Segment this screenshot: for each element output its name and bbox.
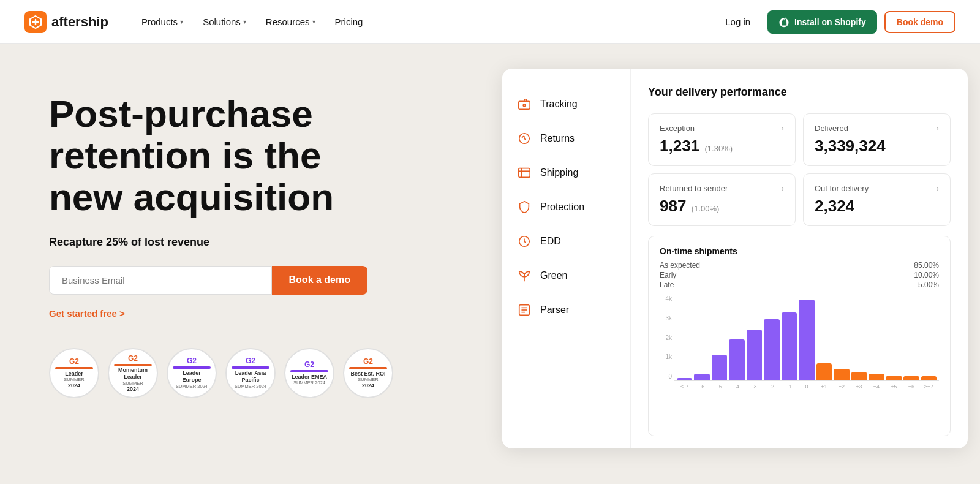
chart-x-labels: ≤-7 -6 -5 -4 -3 -2 -1 0 +1 +2 +3 +4 — [660, 381, 939, 390]
badge-leader-europe: G2 Leader Europe SUMMER 2024 — [167, 348, 217, 398]
nav-solutions[interactable]: Solutions ▾ — [194, 12, 255, 32]
nav-actions: Log in Install on Shopify Book demo — [715, 10, 956, 34]
out-for-delivery-value: 2,324 — [815, 197, 939, 216]
legend-as-expected: As expected 85.00% — [660, 261, 939, 270]
out-for-delivery-chevron-icon: › — [937, 184, 939, 193]
metric-delivered[interactable]: Delivered › 3,339,324 — [803, 113, 951, 166]
sidebar-item-returns[interactable]: Returns — [502, 123, 630, 154]
chart-bar-7 — [799, 300, 814, 380]
svg-rect-1 — [519, 101, 530, 109]
tracking-label: Tracking — [540, 99, 578, 110]
get-started-free-link[interactable]: Get started free > — [49, 308, 466, 319]
dashboard-card: Tracking Returns — [502, 69, 968, 448]
chart-bar-4 — [747, 330, 762, 380]
shipping-icon — [517, 165, 532, 180]
sidebar-item-protection[interactable]: Protection — [502, 191, 630, 223]
out-for-delivery-label: Out for delivery › — [815, 184, 939, 193]
green-icon — [517, 268, 532, 283]
chart-bar-13 — [903, 376, 919, 380]
returned-chevron-icon: › — [782, 184, 784, 193]
edd-icon — [517, 234, 532, 249]
brand-name: aftership — [51, 14, 108, 30]
legend-early: Early 10.00% — [660, 271, 939, 279]
hero-title: Post-purchase retention is the new acqui… — [49, 93, 392, 219]
shopify-icon — [778, 17, 790, 28]
chart-bar-10 — [851, 372, 867, 380]
protection-icon — [517, 200, 532, 214]
book-demo-nav-button[interactable]: Book demo — [884, 11, 956, 33]
shipping-label: Shipping — [540, 167, 578, 178]
svg-rect-4 — [519, 168, 530, 178]
chart-bar-6 — [782, 312, 797, 380]
metrics-row: Exception › 1,231 (1.30%) Delivered › — [648, 113, 951, 226]
logo[interactable]: aftership — [24, 11, 108, 33]
main-panel: Your delivery performance Exception › 1,… — [631, 69, 968, 448]
chart-bar-14 — [921, 376, 937, 380]
delivered-chevron-icon: › — [937, 124, 939, 133]
chart-bar-1 — [694, 374, 709, 380]
metric-out-for-delivery[interactable]: Out for delivery › 2,324 — [803, 173, 951, 226]
returns-label: Returns — [540, 133, 575, 144]
metric-returned-to-sender[interactable]: Returned to sender › 987 (1.00%) — [648, 173, 796, 226]
chart-area: 4k 3k 2k 1k 0 ≤-7 -6 — [660, 295, 939, 399]
products-chevron-icon: ▾ — [180, 18, 183, 25]
nav-pricing[interactable]: Pricing — [326, 12, 372, 32]
sidebar-item-parser[interactable]: Parser — [502, 294, 630, 326]
panel-title: Your delivery performance — [648, 86, 951, 99]
email-input[interactable] — [49, 266, 272, 295]
nav-products[interactable]: Products ▾ — [133, 12, 192, 32]
svg-point-2 — [523, 104, 526, 107]
chart-bars — [674, 295, 939, 381]
sidebar-item-shipping[interactable]: Shipping — [502, 157, 630, 189]
parser-icon — [517, 303, 532, 317]
sidebar-panel: Tracking Returns — [502, 69, 631, 448]
badge-leader: G2 Leader SUMMER 2024 — [49, 348, 99, 398]
badge-leader-apac: G2 Leader Asia Pacific SUMMER 2024 — [225, 348, 276, 398]
hero-right: Tracking Returns — [502, 44, 980, 484]
returned-label: Returned to sender › — [660, 184, 784, 193]
edd-label: EDD — [540, 236, 561, 247]
badge-leader-emea: G2 Leader EMEA SUMMER 2024 — [284, 348, 334, 398]
metric-exception[interactable]: Exception › 1,231 (1.30%) — [648, 113, 796, 166]
sidebar-item-tracking[interactable]: Tracking — [502, 88, 630, 120]
green-label: Green — [540, 270, 567, 281]
nav-links: Products ▾ Solutions ▾ Resources ▾ Prici… — [133, 12, 715, 32]
install-shopify-button[interactable]: Install on Shopify — [767, 10, 877, 34]
hero-section: Post-purchase retention is the new acqui… — [0, 44, 980, 484]
chart-bar-5 — [764, 319, 779, 380]
legend-late: Late 5.00% — [660, 281, 939, 289]
exception-value: 1,231 (1.30%) — [660, 137, 784, 156]
hero-form: Book a demo — [49, 266, 368, 295]
solutions-chevron-icon: ▾ — [243, 18, 246, 25]
chart-bar-9 — [834, 369, 849, 380]
badge-momentum-leader: G2 Momentum Leader SUMMER 2024 — [108, 348, 158, 398]
nav-resources[interactable]: Resources ▾ — [257, 12, 324, 32]
returns-icon — [517, 131, 532, 146]
exception-label: Exception › — [660, 124, 784, 133]
hero-subtitle: Recapture 25% of lost revenue — [49, 236, 466, 249]
protection-label: Protection — [540, 202, 584, 213]
login-button[interactable]: Log in — [715, 12, 760, 32]
navbar: aftership Products ▾ Solutions ▾ Resourc… — [0, 0, 980, 44]
chart-legend: As expected 85.00% Early 10.00% Late 5.0… — [660, 261, 939, 289]
chart-bar-11 — [869, 374, 884, 380]
delivered-label: Delivered › — [815, 124, 939, 133]
chart-bar-12 — [886, 376, 902, 380]
chart-section: On-time shipments As expected 85.00% Ear… — [648, 236, 951, 436]
badge-best-roi: G2 Best Est. ROI SUMMER 2024 — [343, 348, 393, 398]
book-demo-button[interactable]: Book a demo — [272, 266, 368, 295]
badges-row: G2 Leader SUMMER 2024 G2 Momentum Leader… — [49, 348, 466, 398]
chart-bar-0 — [677, 378, 692, 380]
delivered-value: 3,339,324 — [815, 137, 939, 156]
resources-chevron-icon: ▾ — [312, 18, 315, 25]
hero-left: Post-purchase retention is the new acqui… — [0, 44, 502, 484]
sidebar-item-edd[interactable]: EDD — [502, 225, 630, 257]
chart-bar-8 — [816, 363, 832, 380]
chart-bar-2 — [712, 355, 727, 380]
chart-bar-3 — [729, 339, 744, 380]
chart-title: On-time shipments — [660, 246, 939, 256]
exception-chevron-icon: › — [782, 124, 784, 133]
returned-value: 987 (1.00%) — [660, 197, 784, 216]
sidebar-item-green[interactable]: Green — [502, 260, 630, 292]
parser-label: Parser — [540, 304, 569, 316]
